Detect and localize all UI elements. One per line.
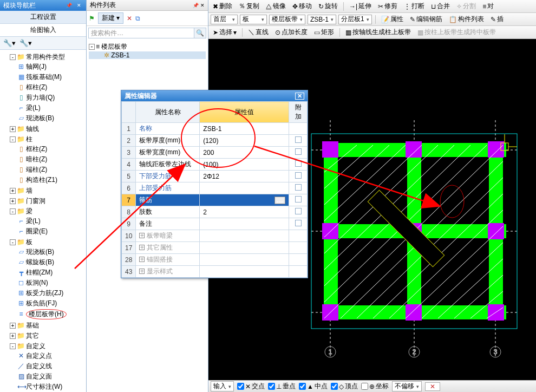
dialog-titlebar[interactable]: 属性编辑器 ✕: [121, 90, 308, 101]
floor-combo[interactable]: 首层: [211, 15, 238, 24]
property-table[interactable]: 属性名称 属性值 附加 1名称ZSB-12板带厚度(mm)(120)3板带宽度(…: [121, 101, 308, 278]
tree-item[interactable]: 端柱(Z): [26, 166, 47, 173]
attach-checkbox[interactable]: [295, 172, 302, 179]
tree-item-floorstrip[interactable]: 楼层板带(H): [26, 309, 67, 319]
prop-row[interactable]: 8肢数2: [122, 206, 308, 218]
component-type-tree[interactable]: -📁常用构件类型 ⊞轴网(J) ▦筏板基础(M) ▯框柱(Z) ▯剪力墙(Q) …: [0, 50, 86, 392]
add-icon[interactable]: ⚑: [89, 15, 95, 22]
cha-button[interactable]: ✎ 插: [488, 14, 506, 24]
attach-checkbox[interactable]: [295, 184, 302, 191]
tab-project-settings[interactable]: 工程设置: [0, 11, 86, 24]
prop-row[interactable]: 5下部受力筋2Φ12: [122, 171, 308, 182]
tree-item[interactable]: 板洞(N): [26, 279, 48, 286]
line-button[interactable]: ＼ 直线: [246, 27, 271, 37]
attach-checkbox[interactable]: [295, 196, 302, 202]
edit-rebar-button[interactable]: ✎ 编辑钢筋: [408, 14, 445, 24]
merge-button[interactable]: ⊔ 合并: [429, 1, 452, 11]
extend-button[interactable]: →| 延伸: [347, 1, 374, 11]
tree-column[interactable]: 柱: [26, 135, 32, 143]
snap-input-combo[interactable]: 输入: [211, 381, 234, 391]
prop-row[interactable]: 9备注: [122, 218, 308, 230]
addlen-button[interactable]: ⊙ 点加长度: [273, 27, 310, 37]
tree-item[interactable]: 板负筋(FJ): [26, 299, 57, 307]
prop-row[interactable]: 10+板带暗梁: [122, 230, 308, 242]
delete-icon[interactable]: ✕: [127, 15, 132, 22]
snap-coord[interactable]: ⊕ 坐标: [361, 382, 389, 391]
nav-toolbar[interactable]: 🔧▾ 🔧▾: [0, 37, 86, 50]
attach-checkbox[interactable]: [295, 220, 302, 226]
tree-item[interactable]: 构造柱(Z1): [26, 176, 57, 184]
trim-button[interactable]: ✂ 修剪: [376, 1, 400, 11]
tree-wall[interactable]: 墙: [26, 187, 32, 194]
gen-by-axis-button[interactable]: ▦ 按轴线生成柱上板带: [343, 27, 413, 37]
rotate-button[interactable]: ↻ 旋转: [316, 1, 340, 11]
search-button[interactable]: 🔍: [194, 28, 206, 38]
break-button[interactable]: ⋮ 打断: [402, 1, 427, 11]
search-input[interactable]: [88, 28, 194, 38]
prop-row[interactable]: 4轴线距板带左边线(100): [122, 159, 308, 171]
snap-top[interactable]: ◇ 顶点: [331, 382, 358, 391]
snap-mid[interactable]: ▲ 中点: [299, 382, 328, 391]
tree-item[interactable]: 框柱(Z): [26, 145, 47, 153]
clist-title-icons[interactable]: 📌 ✕: [193, 3, 205, 8]
align-button[interactable]: ≡ 对: [480, 1, 496, 11]
tree-found[interactable]: 基础: [26, 322, 39, 329]
offset-combo[interactable]: 不偏移: [392, 381, 422, 391]
clist-item-zsb1[interactable]: ZSB-1: [111, 51, 129, 59]
clist-tree[interactable]: -≡ 楼层板带 ✲ ZSB-1: [87, 40, 208, 61]
tab-draw-input[interactable]: 绘图输入: [0, 24, 86, 37]
move-button[interactable]: ✥ 移动: [290, 1, 314, 11]
delete-button[interactable]: ✖ 删除: [211, 1, 234, 11]
browse-button[interactable]: …: [274, 197, 285, 204]
tree-item[interactable]: 梁(L): [26, 104, 41, 112]
tree-item[interactable]: 螺旋板(B): [26, 258, 54, 266]
select-button[interactable]: ➤ 选择 ▾: [211, 27, 239, 37]
cancel-x[interactable]: ✕: [425, 382, 440, 391]
attach-checkbox[interactable]: [295, 148, 302, 155]
tree-beam[interactable]: 梁: [26, 207, 32, 215]
mirror-button[interactable]: ⧋ 镜像: [264, 1, 288, 11]
prop-row[interactable]: 28+锚固搭接: [122, 254, 308, 266]
tree-item[interactable]: 剪力墙(Q): [26, 94, 55, 101]
prop-row[interactable]: 6上部受力筋: [122, 182, 308, 194]
subcategory-combo[interactable]: 楼层板带: [269, 15, 305, 24]
tree-item[interactable]: 现浇板(B): [26, 248, 54, 256]
new-button[interactable]: 新建 ▾: [98, 12, 123, 24]
prop-row[interactable]: 17+其它属性: [122, 242, 308, 254]
prop-row[interactable]: 1名称ZSB-1: [122, 123, 308, 135]
tree-axis[interactable]: 轴线: [26, 125, 39, 133]
prop-row[interactable]: 43+显示样式: [122, 266, 308, 278]
snap-perp[interactable]: ⊥ 垂点: [268, 382, 296, 391]
tree-item[interactable]: 自定义点: [26, 352, 52, 360]
prop-row[interactable]: 7箍筋…: [122, 194, 308, 206]
copy-icon[interactable]: ⧉: [135, 15, 140, 22]
tree-item[interactable]: 筏板基础(M): [26, 73, 62, 81]
dialog-close-button[interactable]: ✕: [295, 93, 304, 100]
nav-title-icons[interactable]: 📌 ✕: [66, 3, 83, 8]
clist-button[interactable]: 📋 构件列表: [447, 14, 486, 24]
attach-checkbox[interactable]: [295, 160, 302, 167]
category-combo[interactable]: 板: [240, 15, 267, 24]
attach-checkbox[interactable]: [295, 208, 302, 214]
copy-button[interactable]: ％ 复制: [237, 1, 262, 11]
tree-item[interactable]: 框柱(Z): [26, 83, 47, 91]
member-combo[interactable]: ZSB-1: [308, 15, 336, 24]
attach-checkbox[interactable]: [295, 136, 302, 143]
tree-custom[interactable]: 自定义: [26, 342, 45, 350]
tree-item[interactable]: 自定义面: [26, 373, 52, 380]
tree-common[interactable]: 常用构件类型: [26, 53, 65, 61]
tree-item[interactable]: 梁(L): [26, 217, 41, 225]
snap-cross[interactable]: ✕ 交点: [237, 382, 265, 391]
tree-item[interactable]: 尺寸标注(W): [26, 383, 62, 390]
rect-button[interactable]: ▭ 矩形: [312, 27, 336, 37]
tree-item[interactable]: 自定义线: [26, 362, 52, 370]
tree-item[interactable]: 板受力筋(ZJ): [26, 289, 63, 297]
tree-item[interactable]: 轴网(J): [26, 63, 47, 70]
prop-row[interactable]: 3板带宽度(mm)200: [122, 147, 308, 159]
prop-button[interactable]: 📝 属性: [379, 14, 406, 24]
prop-row[interactable]: 2板带厚度(mm)(120): [122, 135, 308, 147]
tree-other[interactable]: 其它: [26, 332, 39, 339]
tree-item[interactable]: 柱帽(ZM): [26, 269, 53, 276]
clist-root[interactable]: 楼层板带: [101, 43, 127, 50]
tree-opening[interactable]: 门窗洞: [26, 197, 45, 205]
